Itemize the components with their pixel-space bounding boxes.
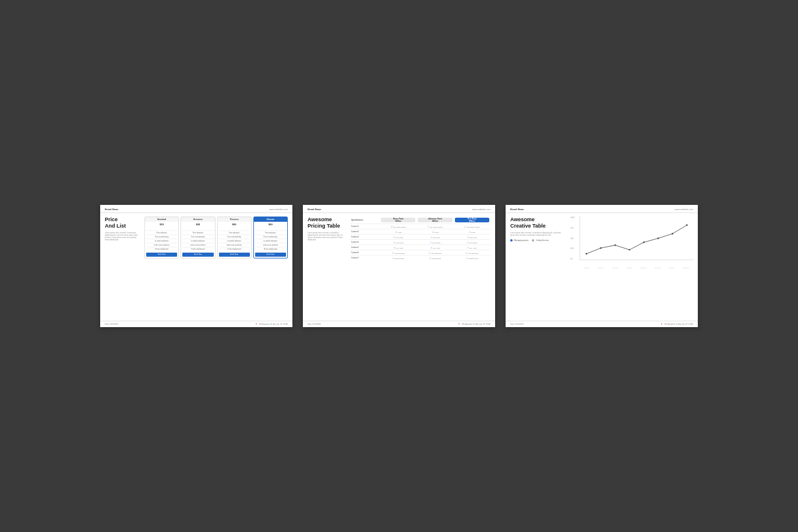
feature-val: ✓ Limit Routers bbox=[454, 240, 490, 245]
slide2-date: Date: 10/10/2022 bbox=[308, 323, 321, 325]
pro-pack-label: Pro Pack $69/mo bbox=[455, 218, 489, 222]
feature-val: ✓ Info / Alerts bbox=[416, 245, 453, 250]
feature-val: ✓ Info / Alerts bbox=[454, 245, 490, 250]
feature-val: ✓ E-mail bbox=[416, 229, 453, 235]
col-price-premium: $59 bbox=[218, 222, 251, 230]
slide3-url: www.website.com bbox=[675, 208, 693, 211]
slide1-left: PriceAnd List Lorem ipsum dolor sit amet… bbox=[105, 217, 140, 258]
check-icon: ✓ bbox=[393, 236, 395, 239]
col-feature: Free advance bbox=[146, 230, 177, 235]
check-icon: ✓ bbox=[467, 241, 468, 244]
legend-item-coding: Coding Services bbox=[532, 239, 549, 242]
slide1-date: Date: 10/10/2022 bbox=[105, 323, 118, 325]
feature-label: Content 3 bbox=[350, 235, 380, 240]
feature-val: ✓ Storage Space bbox=[416, 256, 453, 261]
check-icon: ✓ bbox=[392, 251, 394, 254]
pricing-col-ultimate: Ultimate $69 Free advance Free membershi… bbox=[253, 217, 288, 258]
check-icon: ✓ bbox=[429, 251, 430, 254]
col-header-ultimate: Ultimate bbox=[254, 217, 287, 222]
col-features-standard: Free advance Free membership to switch a… bbox=[145, 230, 178, 251]
col-feature: to switch advance bbox=[146, 239, 177, 243]
check-icon: ✓ bbox=[429, 257, 431, 260]
feature-val: ✓ Free Phone bbox=[454, 235, 490, 240]
col-header-premium: Premium bbox=[218, 217, 251, 222]
slide1-desc: Lorem ipsum dolor sit amet, consectetur … bbox=[105, 232, 140, 242]
slide3-left: AwesomeCreative Table Lorem ipsum dolor … bbox=[510, 217, 566, 269]
slide2-address: 📍 100 Anywhere St. Any City, ST 12348 bbox=[458, 323, 490, 325]
col-feature: netus nunc pulvinar bbox=[182, 243, 213, 247]
col-header-business: Business bbox=[181, 217, 214, 222]
col-feature: to switch advance bbox=[182, 239, 213, 243]
check-icon: ✓ bbox=[391, 225, 393, 228]
col-feature: Free membership bbox=[219, 235, 250, 239]
slide3-date: Date: 10/10/2022 bbox=[510, 323, 524, 325]
col-feature: Free membership bbox=[182, 235, 213, 239]
col-features-ultimate: Free advance Free membership to switch a… bbox=[254, 230, 287, 251]
slide2-title: AwesomePricing Table bbox=[308, 217, 345, 229]
legend-item-managing: Managing projects bbox=[510, 239, 528, 242]
slide1-header: Brand Name www.website.com bbox=[100, 205, 292, 213]
table-row: Content 2 ✓ E-mail ✓ E-mail ✓ E-mail bbox=[350, 229, 490, 235]
slide2-brand: Brand Name bbox=[308, 208, 322, 211]
col-features-premium: Free advance Free membership to switch a… bbox=[218, 230, 251, 251]
advance-pack-label: Advance Pack $49/mo bbox=[418, 218, 452, 222]
col-feature: Free membership bbox=[146, 235, 177, 239]
slide2-footer: Date: 10/10/2022 📍 100 Anywhere St. Any … bbox=[303, 321, 495, 327]
feature-label: Content 6 bbox=[350, 250, 380, 256]
col-feature: Free advance bbox=[255, 230, 286, 235]
check-icon: ✓ bbox=[428, 225, 429, 228]
col-feature: to switch advance bbox=[219, 239, 250, 243]
feature-val: ✓ High Speed Internet bbox=[380, 224, 416, 229]
feature-val: ✓ E-mail bbox=[380, 229, 416, 235]
location-icon: 📍 bbox=[255, 323, 257, 325]
chart-legend: Managing projects Coding Services bbox=[510, 239, 566, 242]
check-icon: ✓ bbox=[469, 230, 471, 233]
check-icon: ✓ bbox=[467, 236, 469, 239]
pricing-table: Specifications Base Pack $29/mo Advance … bbox=[350, 217, 490, 260]
table-row: Content 5 ✓ Info / Alerts ✓ Info / Alert… bbox=[350, 245, 490, 250]
feature-val: ✓ Free Phone bbox=[416, 235, 453, 240]
slide-1: Brand Name www.website.com PriceAnd List… bbox=[100, 205, 292, 327]
slide2-right: Specifications Base Pack $29/mo Advance … bbox=[350, 217, 490, 260]
feature-val: ✓ User Dashboard bbox=[454, 250, 490, 256]
pricing-table-header-row: Specifications Base Pack $29/mo Advance … bbox=[350, 217, 490, 224]
col-feature: Free advance bbox=[219, 230, 250, 235]
slide3-header: Brand Name www.website.com bbox=[506, 205, 698, 213]
slide2-url: www.website.com bbox=[472, 208, 490, 211]
feature-val: ✓ User Dashboard bbox=[416, 250, 453, 256]
feature-val: ✓ Storage Space bbox=[454, 256, 490, 261]
slide1-address: 📍 100 Anywhere St. Any City, ST 12348 bbox=[255, 323, 288, 325]
feature-label: Content 7 bbox=[350, 256, 380, 261]
table-row: Content 4 ✓ Limit Routers ✓ Limit Router… bbox=[350, 240, 490, 245]
slide3-brand: Brand Name bbox=[510, 208, 524, 211]
slide1-content: PriceAnd List Lorem ipsum dolor sit amet… bbox=[100, 213, 292, 262]
feature-val: ✓ High Speed Internet bbox=[454, 224, 490, 229]
legend-dot-blue bbox=[510, 239, 513, 242]
slide-2: Brand Name www.website.com AwesomePricin… bbox=[303, 205, 495, 327]
book-now-button-ultimate[interactable]: Book Now bbox=[255, 253, 286, 257]
slide3-address: 📍 100 Anywhere St. Any City, ST 12348 bbox=[661, 323, 693, 325]
slide1-title: PriceAnd List bbox=[105, 217, 140, 229]
location-icon: 📍 bbox=[458, 323, 460, 325]
bar-chart: 100% 75% 50% 25% 0% bbox=[570, 217, 693, 269]
col-feature: to switch advance bbox=[255, 239, 286, 243]
slide2-header: Brand Name www.website.com bbox=[303, 205, 495, 213]
slide3-chart-area: 100% 75% 50% 25% 0% bbox=[570, 217, 693, 269]
col-price-standard: $19 bbox=[145, 222, 178, 230]
book-now-button-business[interactable]: Book Now bbox=[182, 253, 213, 257]
pricing-col-business: Business $39 Free advance Free membershi… bbox=[181, 217, 215, 258]
col-feature: Finest dashboard bbox=[146, 247, 177, 251]
feature-val: ✓ Limit Routers bbox=[380, 240, 416, 245]
table-row: Content 6 ✓ User Dashboard ✓ User Dashbo… bbox=[350, 250, 490, 256]
chart-x-labels: DATA 01 DATA 02 DATA 03 DATA 04 DATA 05 … bbox=[580, 267, 693, 269]
slide-3: Brand Name www.website.com AwesomeCreati… bbox=[506, 205, 698, 327]
col-feature: Free membership bbox=[255, 235, 286, 239]
feature-label: Content 5 bbox=[350, 245, 380, 250]
book-now-button-standard[interactable]: Book Now bbox=[146, 253, 177, 257]
chart-y-labels: 100% 75% 50% 25% 0% bbox=[570, 217, 578, 260]
col-feature: netus nunc pulvinar bbox=[219, 243, 250, 247]
book-now-button-premium[interactable]: Book Now bbox=[219, 253, 250, 257]
col-features-business: Free advance Free membership to switch a… bbox=[181, 230, 214, 251]
feature-val: ✓ Free Phone bbox=[380, 235, 416, 240]
col-price-ultimate: $69 bbox=[254, 222, 287, 230]
